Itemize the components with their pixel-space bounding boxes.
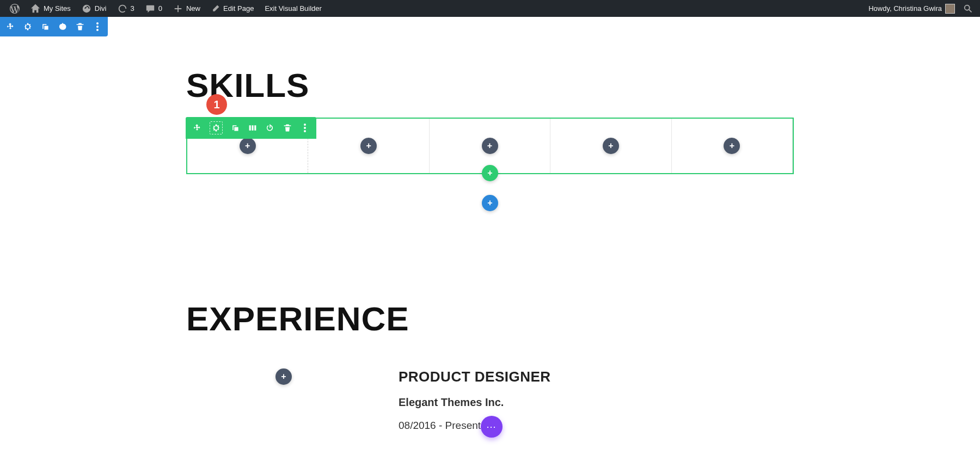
power-icon[interactable]: [265, 123, 275, 133]
experience-row: + PRODUCT DESIGNER Elegant Themes Inc. 0…: [186, 368, 794, 438]
trash-icon[interactable]: [283, 123, 292, 133]
howdy-menu[interactable]: Howdy, Christina Gwira: [863, 0, 960, 17]
job-dates: 08/2016 - Present: [399, 420, 481, 432]
add-module-button[interactable]: +: [275, 368, 292, 385]
exit-vb-label: Exit Visual Builder: [265, 4, 322, 13]
admin-bar-left: My Sites Divi 3 0 New: [4, 0, 327, 17]
builder-toggle-button[interactable]: ⋯: [481, 416, 503, 438]
site-menu[interactable]: Divi: [76, 0, 112, 17]
add-module-button[interactable]: +: [482, 138, 498, 154]
add-section-button[interactable]: +: [482, 195, 498, 211]
row-settings-highlighted[interactable]: [210, 121, 223, 134]
skills-row: + + + + + + +: [186, 118, 794, 174]
my-sites-menu[interactable]: My Sites: [25, 0, 76, 17]
duplicate-icon[interactable]: [230, 123, 240, 133]
svg-point-5: [304, 130, 306, 132]
admin-bar-right: Howdy, Christina Gwira: [863, 0, 976, 17]
add-module-button[interactable]: +: [724, 138, 740, 154]
updates-menu[interactable]: 3: [112, 0, 140, 17]
page-content: SKILLS 1 + + + + + + +: [0, 17, 980, 438]
refresh-icon: [118, 4, 127, 14]
howdy-label: Howdy, Christina Gwira: [868, 4, 942, 13]
new-label: New: [186, 4, 200, 13]
columns-icon[interactable]: [248, 123, 258, 133]
column-4[interactable]: +: [550, 119, 671, 173]
experience-section: EXPERIENCE + PRODUCT DESIGNER Elegant Th…: [186, 299, 794, 438]
edit-page-label: Edit Page: [223, 4, 254, 13]
plus-icon: [173, 4, 183, 14]
gear-icon: [211, 123, 221, 133]
pencil-icon: [211, 4, 220, 13]
page-inner: SKILLS 1 + + + + + + +: [186, 66, 794, 438]
search-icon: [963, 4, 973, 14]
skills-heading: SKILLS: [186, 66, 794, 105]
new-menu[interactable]: New: [168, 0, 206, 17]
search-button[interactable]: [960, 0, 976, 17]
svg-point-3: [304, 124, 306, 126]
home-icon: [30, 4, 40, 14]
svg-point-4: [304, 127, 306, 129]
add-module-button[interactable]: +: [603, 138, 619, 154]
experience-right-column: PRODUCT DESIGNER Elegant Themes Inc. 08/…: [399, 368, 794, 438]
job-title: PRODUCT DESIGNER: [399, 368, 794, 385]
callout-number: 1: [213, 99, 219, 111]
wordpress-icon: [10, 4, 20, 14]
company-name: Elegant Themes Inc.: [399, 396, 794, 409]
dashboard-icon: [82, 4, 91, 14]
wp-logo-menu[interactable]: [4, 0, 25, 17]
wp-admin-bar: My Sites Divi 3 0 New: [0, 0, 980, 17]
callout-badge-1: 1: [206, 94, 227, 115]
add-module-button[interactable]: +: [360, 138, 377, 154]
site-label: Divi: [95, 4, 107, 13]
add-row-button[interactable]: +: [482, 165, 498, 181]
edit-page-menu[interactable]: Edit Page: [206, 0, 259, 17]
comment-icon: [145, 4, 155, 14]
add-module-button[interactable]: +: [240, 138, 256, 154]
comments-count: 0: [158, 4, 162, 13]
column-5[interactable]: +: [672, 119, 793, 173]
experience-heading: EXPERIENCE: [186, 299, 794, 338]
my-sites-label: My Sites: [44, 4, 71, 13]
column-2[interactable]: +: [308, 119, 429, 173]
more-icon[interactable]: [300, 123, 310, 133]
move-icon[interactable]: [192, 123, 202, 133]
updates-count: 3: [131, 4, 134, 13]
avatar: [945, 4, 955, 14]
comments-menu[interactable]: 0: [140, 0, 168, 17]
row-toolbar: [186, 117, 316, 139]
experience-left-column: +: [186, 368, 399, 438]
exit-vb-menu[interactable]: Exit Visual Builder: [259, 0, 327, 17]
